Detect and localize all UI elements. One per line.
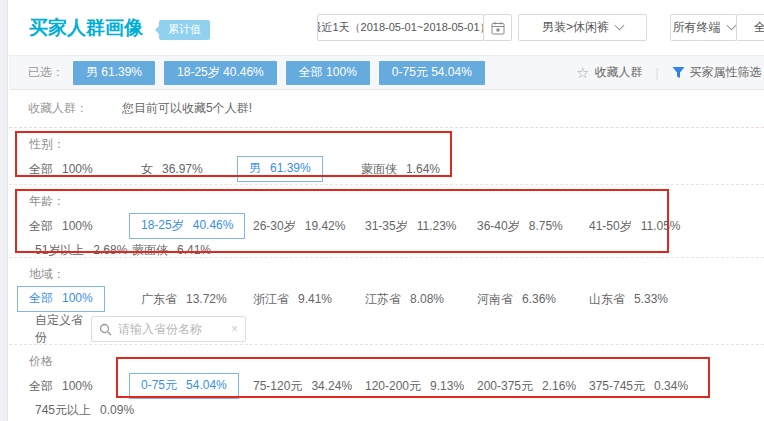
selected-chip-gender[interactable]: 男 61.39% — [73, 61, 155, 85]
price-option-375-745[interactable]: 375-745元0.34% — [589, 379, 688, 393]
category-dropdown-value: 男装>休闲裤 — [542, 19, 609, 36]
price-option-120-200[interactable]: 120-200元9.13% — [365, 379, 464, 393]
filter-funnel-icon — [672, 66, 685, 79]
age-option-51-plus[interactable]: 51岁以上2.68% — [35, 243, 127, 257]
chevron-down-icon — [615, 21, 625, 31]
region-option-henan[interactable]: 河南省6.36% — [477, 292, 556, 306]
section-price: 价格 全部100% 0-75元54.04% 75-120元34.24% 120-… — [9, 345, 764, 421]
age-section-label: 年龄： — [29, 194, 764, 208]
star-icon: ☆ — [576, 65, 589, 80]
gender-section-label: 性别： — [29, 137, 764, 151]
calendar-button[interactable] — [483, 14, 512, 41]
age-options-row-1: 全部100% 18-25岁40.46% 26-30岁19.42% 31-35岁1… — [29, 214, 764, 238]
section-region: 地域： 全部100% 广东省13.72% 浙江省9.41% 江苏省8.08% 河… — [9, 258, 764, 345]
region-option-zhejiang[interactable]: 浙江省9.41% — [253, 292, 332, 306]
region-section-label: 地域： — [29, 267, 764, 281]
favorite-crowd-button[interactable]: 收藏人群 — [594, 64, 642, 81]
price-options-row-2: 745元以上0.09% — [29, 398, 764, 421]
age-option-18-25-selected[interactable]: 18-25岁40.46% — [129, 213, 245, 239]
chevron-down-icon — [726, 21, 736, 31]
search-icon — [99, 323, 112, 336]
custom-province-label: 自定义省份 — [35, 312, 91, 346]
province-search-input[interactable] — [118, 322, 231, 336]
age-option-41-50[interactable]: 41-50岁11.05% — [589, 219, 681, 233]
selected-label: 已选： — [28, 64, 64, 81]
price-option-200-375[interactable]: 200-375元2.16% — [477, 379, 576, 393]
age-option-36-40[interactable]: 36-40岁8.75% — [477, 219, 563, 233]
gender-option-female[interactable]: 女36.97% — [141, 162, 203, 176]
price-section-label: 价格 — [29, 354, 764, 368]
custom-province-row: 自定义省份 × — [29, 316, 764, 342]
price-options-row-1: 全部100% 0-75元54.04% 75-120元34.24% 120-200… — [29, 374, 764, 398]
age-option-26-30[interactable]: 26-30岁19.42% — [253, 219, 345, 233]
selected-chip-price[interactable]: 0-75元 54.04% — [379, 61, 485, 85]
date-range-button[interactable]: 最近1天（2018-05-01~2018-05-01） — [317, 14, 484, 41]
gender-options-row: 全部100% 女36.97% 男61.39% 蒙面侠1.64% — [29, 157, 764, 181]
gender-option-male-selected[interactable]: 男61.39% — [237, 156, 323, 182]
truncated-dropdown-value: 全 — [754, 19, 764, 36]
category-dropdown[interactable]: 男装>休闲裤 — [518, 14, 647, 41]
left-sidebar-edge — [0, 0, 8, 421]
province-search-box[interactable]: × — [91, 316, 246, 342]
favorite-crowds-message: 您目前可以收藏5个人群! — [122, 100, 252, 117]
terminal-dropdown-value: 所有终端 — [673, 19, 721, 36]
calendar-icon — [491, 21, 505, 35]
truncated-dropdown[interactable]: 全 — [736, 14, 764, 41]
region-option-guangdong[interactable]: 广东省13.72% — [141, 292, 227, 306]
age-option-31-35[interactable]: 31-35岁11.23% — [365, 219, 457, 233]
selected-filters-bar: 已选： 男 61.39% 18-25岁 40.46% 全部 100% 0-75元… — [9, 55, 764, 90]
region-option-all-selected[interactable]: 全部100% — [17, 286, 105, 312]
gender-option-all[interactable]: 全部100% — [29, 162, 93, 176]
section-age: 年龄： 全部100% 18-25岁40.46% 26-30岁19.42% 31-… — [9, 185, 764, 258]
vertical-divider: | — [655, 66, 658, 80]
gender-option-masked[interactable]: 蒙面侠1.64% — [361, 162, 440, 176]
cumulative-badge: 累计值 — [159, 20, 210, 40]
selected-chip-region[interactable]: 全部 100% — [286, 61, 370, 85]
age-option-all[interactable]: 全部100% — [29, 219, 93, 233]
favorite-crowds-label: 收藏人群： — [28, 100, 88, 117]
section-gender: 性别： 全部100% 女36.97% 男61.39% 蒙面侠1.64% — [9, 128, 764, 185]
terminal-dropdown[interactable]: 所有终端 — [670, 14, 737, 41]
age-option-masked[interactable]: 蒙面侠6.41% — [132, 243, 211, 257]
price-option-745-plus[interactable]: 745元以上0.09% — [35, 403, 134, 417]
region-option-jiangsu[interactable]: 江苏省8.08% — [365, 292, 444, 306]
price-option-0-75-selected[interactable]: 0-75元54.04% — [129, 373, 239, 399]
page-header: 买家人群画像 累计值 最近1天（2018-05-01~2018-05-01） 男… — [9, 0, 764, 55]
date-range-text: 最近1天（2018-05-01~2018-05-01） — [317, 20, 484, 35]
clear-input-icon[interactable]: × — [231, 322, 238, 336]
price-option-all[interactable]: 全部100% — [29, 379, 93, 393]
price-option-75-120[interactable]: 75-120元34.24% — [253, 379, 352, 393]
buyer-attribute-filter-button[interactable]: 买家属性筛选 — [690, 64, 762, 81]
region-option-shandong[interactable]: 山东省5.33% — [589, 292, 668, 306]
selected-chip-age[interactable]: 18-25岁 40.46% — [164, 61, 277, 85]
favorite-crowds-row: 收藏人群： 您目前可以收藏5个人群! — [9, 90, 764, 128]
page-title: 买家人群画像 — [29, 15, 143, 41]
region-options-row: 全部100% 广东省13.72% 浙江省9.41% 江苏省8.08% 河南省6.… — [29, 287, 764, 311]
